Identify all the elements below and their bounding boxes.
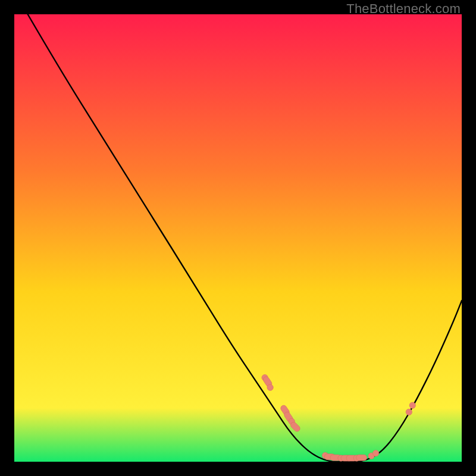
chart-frame [14, 14, 462, 462]
curve-marker-dot [406, 409, 412, 415]
curve-marker-dot [409, 402, 415, 408]
gradient-background [14, 14, 462, 462]
curve-marker-dot [267, 384, 273, 390]
bottleneck-chart [14, 14, 462, 462]
curve-marker-pill [356, 455, 367, 461]
curve-marker-dot [372, 450, 378, 456]
